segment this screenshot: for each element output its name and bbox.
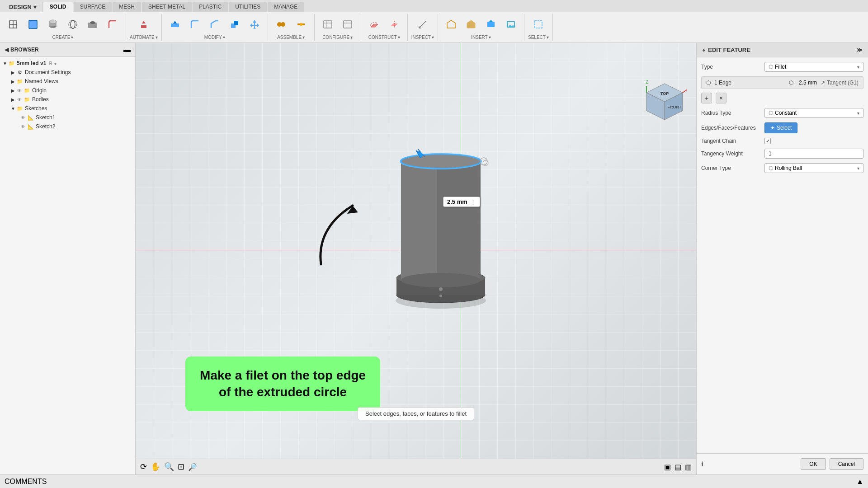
ok-button[interactable]: OK	[801, 458, 826, 470]
tab-sheet-metal[interactable]: SHEET METAL	[142, 2, 192, 12]
tree-item-bodies[interactable]: ▶ 👁 📁 Bodies	[0, 95, 135, 104]
corner-type-arrow: ▾	[857, 166, 859, 171]
tree-arrow-root[interactable]: ▼	[2, 60, 8, 66]
pan-btn[interactable]: ✋	[151, 462, 160, 472]
tree-item-sketch2[interactable]: 👁 📐 Sketch2	[0, 122, 135, 131]
tree-arrow-sketches[interactable]: ▼	[10, 105, 16, 112]
folder-icon: 📁	[16, 78, 24, 85]
tree-arrow-doc[interactable]: ▶	[10, 69, 16, 75]
automate-btn[interactable]	[134, 15, 153, 34]
corner-type-row: Corner Type ⬡ Rolling Ball ▾	[701, 163, 863, 173]
move-btn[interactable]	[245, 15, 264, 34]
svg-rect-21	[324, 21, 332, 28]
tab-mesh[interactable]: MESH	[113, 2, 141, 12]
tree-item-sketch1[interactable]: 👁 📐 Sketch1	[0, 113, 135, 122]
view-cube[interactable]: TOP FRONT Z X	[642, 79, 687, 126]
measure-btn[interactable]	[413, 15, 432, 34]
dimension-value[interactable]: 2.5 mm	[447, 198, 467, 205]
comments-expand-btn[interactable]: ▲	[856, 478, 863, 486]
viewport[interactable]: 2.5 mm ⋮ Make a filet on the top edge of…	[136, 43, 696, 474]
radius-type-dropdown[interactable]: ⬡ Constant ▾	[764, 108, 863, 118]
remove-edge-btn[interactable]: ×	[716, 93, 726, 103]
push-pull-btn[interactable]	[165, 15, 184, 34]
zoom-btn[interactable]: 🔍	[164, 462, 174, 472]
tree-item-root[interactable]: ▼ 📁 5mm led v1 R ●	[0, 59, 135, 68]
tooltip-menu-btn[interactable]: ⋮	[470, 198, 476, 205]
browser-header: ◀ BROWSER ▬	[0, 43, 135, 57]
new-component-btn[interactable]	[4, 15, 23, 34]
tangency-weight-input[interactable]	[764, 149, 863, 159]
main-content: ◀ BROWSER ▬ ▼ 📁 5mm led v1 R ● ▶ ⚙ Docum…	[0, 43, 868, 474]
visual-style-btn[interactable]: ▤	[675, 463, 681, 471]
instruction-text: Make a filet on the top edge of the extr…	[200, 367, 366, 400]
tree-arrow-named[interactable]: ▶	[10, 78, 16, 84]
svg-rect-11	[171, 23, 179, 27]
tree-arrow-origin[interactable]: ▶	[10, 87, 16, 94]
svg-rect-14	[234, 21, 238, 25]
tab-solid[interactable]: SOLID	[43, 2, 73, 12]
svg-point-49	[439, 295, 442, 297]
insert-mesh-btn[interactable]	[442, 15, 461, 34]
extrude-btn[interactable]	[43, 15, 62, 34]
tangency-weight-row: Tangency Weight	[701, 149, 863, 159]
model-config-btn[interactable]	[338, 15, 357, 34]
eye-icon-sketch2[interactable]: 👁	[20, 123, 26, 130]
select-button[interactable]: ✦ Select	[764, 122, 797, 133]
panel-expand-btn[interactable]: ≫	[856, 47, 863, 53]
tab-utilities[interactable]: UTILITIES	[229, 2, 267, 12]
group-modify: MODIFY ▾	[162, 14, 268, 41]
create-sketch-btn[interactable]	[24, 15, 42, 34]
corner-type-dropdown[interactable]: ⬡ Rolling Ball ▾	[764, 163, 863, 173]
info-icon[interactable]: ℹ	[701, 460, 703, 468]
radius-type-label: Radius Type	[701, 110, 764, 116]
inspect-label: INSPECT ▾	[411, 35, 434, 40]
midplane-btn[interactable]	[385, 15, 404, 34]
fit-btn[interactable]: ⊡	[178, 462, 184, 472]
configure-btn[interactable]	[318, 15, 337, 34]
folder-icon: 📁	[24, 96, 31, 103]
modify-items	[165, 15, 264, 34]
tab-surface[interactable]: SURFACE	[74, 2, 112, 12]
svg-point-42	[401, 273, 481, 287]
design-menu[interactable]: DESIGN ▾	[4, 2, 42, 12]
type-dropdown[interactable]: ⬡ Fillet ▾	[764, 62, 863, 72]
fillet2-btn[interactable]	[185, 15, 204, 34]
insert-svg-btn[interactable]	[462, 15, 481, 34]
insert-canvas-btn[interactable]	[501, 15, 520, 34]
tab-manage[interactable]: MANAGE	[268, 2, 304, 12]
revolve-btn[interactable]	[63, 15, 82, 34]
select-dashed-btn[interactable]	[529, 15, 548, 34]
tangent-chain-checkbox[interactable]: ✓	[764, 138, 771, 144]
eye-icon-bodies[interactable]: 👁	[16, 96, 23, 103]
tab-plastic[interactable]: PLASTIC	[193, 2, 228, 12]
zoom-window-btn[interactable]: 🔎	[188, 463, 197, 471]
offset-plane-btn[interactable]	[365, 15, 384, 34]
env-btn[interactable]: ▥	[685, 463, 692, 471]
combine-btn[interactable]	[225, 15, 244, 34]
instruction-box: Make a filet on the top edge of the extr…	[185, 357, 380, 411]
browser-collapse-btn[interactable]: ▬	[123, 46, 131, 54]
orbit-btn[interactable]: ⟳	[140, 462, 147, 472]
edge-icon: ⬡	[706, 80, 711, 86]
fillet-btn[interactable]	[103, 15, 122, 34]
svg-text:FRONT: FRONT	[668, 105, 682, 109]
eye-icon-sketch1[interactable]: 👁	[20, 114, 26, 121]
insert-decal-btn[interactable]	[481, 15, 500, 34]
edge-count: 1 Edge	[714, 80, 785, 86]
group-create: CREATE ▾	[0, 14, 126, 41]
joint-origin-btn[interactable]	[292, 15, 311, 34]
display-mode-btn[interactable]: ▣	[664, 463, 671, 471]
add-edge-btn[interactable]: +	[701, 93, 712, 103]
svg-point-17	[281, 22, 285, 27]
tree-arrow-bodies[interactable]: ▶	[10, 96, 16, 103]
hole-btn[interactable]	[83, 15, 102, 34]
eye-icon-origin[interactable]: 👁	[16, 87, 23, 94]
tree-item-doc-settings[interactable]: ▶ ⚙ Document Settings	[0, 68, 135, 77]
cancel-button[interactable]: Cancel	[830, 458, 863, 470]
svg-marker-15	[250, 20, 259, 29]
tree-item-named-views[interactable]: ▶ 📁 Named Views	[0, 77, 135, 86]
chamfer-btn[interactable]	[205, 15, 224, 34]
tree-item-sketches[interactable]: ▼ 📁 Sketches	[0, 104, 135, 113]
tree-item-origin[interactable]: ▶ 👁 📁 Origin	[0, 86, 135, 95]
joint-btn[interactable]	[272, 15, 291, 34]
